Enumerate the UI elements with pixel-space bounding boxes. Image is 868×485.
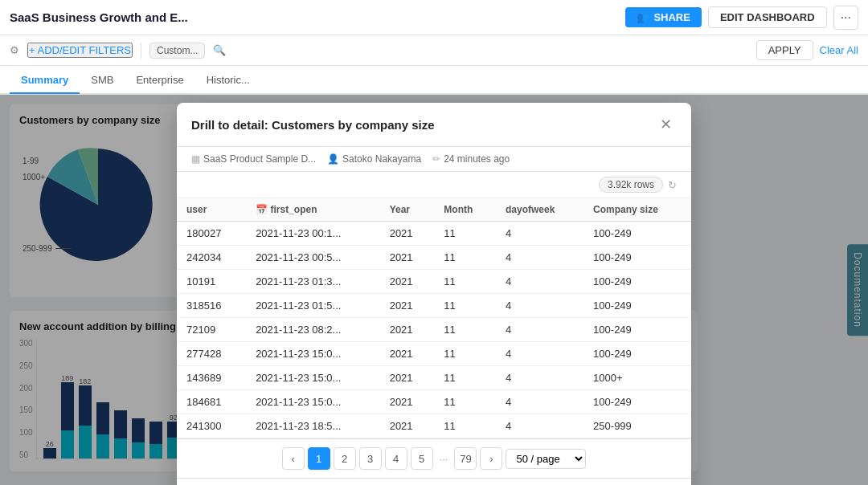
page-3-button[interactable]: 3 bbox=[359, 447, 382, 470]
divider bbox=[141, 43, 141, 59]
modal-header: Drill to detail: Customers by company si… bbox=[177, 103, 691, 147]
drill-tbody: 180027 2021-11-23 00:1... 2021 11 4 100-… bbox=[177, 222, 691, 438]
prev-page-button[interactable]: ‹ bbox=[282, 447, 305, 470]
top-bar: SaaS Business Growth and E... 👥 SHARE ED… bbox=[0, 0, 868, 35]
drill-table: user 📅 first_open Year Month dayofweek C… bbox=[177, 198, 691, 438]
top-bar-actions: 👥 SHARE EDIT DASHBOARD ··· bbox=[625, 6, 858, 30]
apply-button[interactable]: APPLY bbox=[756, 40, 813, 60]
rows-badge: 3.92k rows bbox=[599, 177, 663, 193]
modal-title: Drill to detail: Customers by company si… bbox=[191, 118, 655, 132]
search-icon: 🔍 bbox=[213, 44, 226, 56]
table-row: 10191 2021-11-23 01:3... 2021 11 4 100-2… bbox=[177, 270, 691, 294]
th-year: Year bbox=[380, 198, 435, 222]
edit-icon: ✏ bbox=[432, 153, 440, 165]
clear-all-button[interactable]: Clear All bbox=[820, 40, 858, 60]
datasource-icon: ▦ bbox=[191, 153, 200, 165]
page-5-button[interactable]: 5 bbox=[411, 447, 433, 470]
filter-bar-right: APPLY Clear All bbox=[756, 40, 858, 60]
main-content: Customers by company size 1-99 1000+ 250… bbox=[0, 95, 868, 485]
user-meta: 👤 Satoko Nakayama bbox=[327, 153, 421, 165]
next-page-button[interactable]: › bbox=[480, 447, 502, 470]
modal-pagination: ‹ 1 2 3 4 5 ··· 79 › 50 / page 100 / pag… bbox=[177, 438, 691, 478]
th-dayofweek: dayofweek bbox=[496, 198, 583, 222]
th-company-size: Company size bbox=[583, 198, 691, 222]
calendar-icon: 📅 bbox=[256, 204, 268, 215]
table-row: 72109 2021-11-23 08:2... 2021 11 4 100-2… bbox=[177, 318, 691, 342]
filter-chip[interactable]: Custom... bbox=[149, 43, 205, 59]
table-row: 241300 2021-11-23 18:5... 2021 11 4 250-… bbox=[177, 414, 691, 438]
page-title: SaaS Business Growth and E... bbox=[10, 10, 616, 24]
tab-historic[interactable]: Historic... bbox=[195, 67, 261, 94]
table-row: 242034 2021-11-23 00:5... 2021 11 4 100-… bbox=[177, 246, 691, 270]
modal-footer: EDIT CHART CLOSE bbox=[177, 478, 691, 485]
table-header-row: user 📅 first_open Year Month dayofweek C… bbox=[177, 198, 691, 222]
th-user: user bbox=[177, 198, 246, 222]
page-4-button[interactable]: 4 bbox=[385, 447, 407, 470]
time-meta: ✏ 24 minutes ago bbox=[432, 153, 510, 165]
modal-table-wrap[interactable]: user 📅 first_open Year Month dayofweek C… bbox=[177, 198, 691, 438]
table-row: 277428 2021-11-23 15:0... 2021 11 4 100-… bbox=[177, 342, 691, 366]
refresh-icon: ↻ bbox=[668, 179, 677, 191]
table-row: 180027 2021-11-23 00:1... 2021 11 4 100-… bbox=[177, 222, 691, 246]
tab-summary[interactable]: Summary bbox=[10, 67, 80, 94]
th-month: Month bbox=[434, 198, 496, 222]
more-button[interactable]: ··· bbox=[833, 6, 858, 30]
th-first-open: 📅 first_open bbox=[246, 198, 380, 222]
table-row: 143689 2021-11-23 15:0... 2021 11 4 1000… bbox=[177, 366, 691, 390]
modal-meta: ▦ SaaS Product Sample D... 👤 Satoko Naka… bbox=[177, 147, 691, 172]
modal-overlay: Drill to detail: Customers by company si… bbox=[0, 95, 868, 485]
user-icon: 👤 bbox=[327, 153, 339, 165]
tab-smb[interactable]: SMB bbox=[80, 67, 125, 94]
table-row: 184681 2021-11-23 15:0... 2021 11 4 100-… bbox=[177, 390, 691, 414]
table-row: 318516 2021-11-23 01:5... 2021 11 4 100-… bbox=[177, 294, 691, 318]
edit-dashboard-button[interactable]: EDIT DASHBOARD bbox=[708, 6, 827, 28]
datasource-meta: ▦ SaaS Product Sample D... bbox=[191, 153, 316, 165]
tab-bar: Summary SMB Enterprise Historic... bbox=[0, 66, 868, 95]
page-79-button[interactable]: 79 bbox=[454, 447, 477, 470]
tab-enterprise[interactable]: Enterprise bbox=[125, 67, 194, 94]
filter-bar: ⚙ + ADD/EDIT FILTERS Custom... 🔍 APPLY C… bbox=[0, 35, 868, 66]
share-icon: 👥 bbox=[637, 11, 649, 23]
settings-icon: ⚙ bbox=[10, 44, 19, 56]
page-2-button[interactable]: 2 bbox=[334, 447, 356, 470]
per-page-select[interactable]: 50 / page 100 / page 200 / page bbox=[506, 449, 586, 469]
page-1-button[interactable]: 1 bbox=[308, 447, 330, 470]
drill-modal: Drill to detail: Customers by company si… bbox=[177, 103, 691, 485]
modal-rows: 3.92k rows ↻ bbox=[177, 172, 691, 198]
share-button[interactable]: 👥 SHARE bbox=[625, 7, 702, 27]
modal-close-button[interactable]: ✕ bbox=[655, 114, 677, 135]
page-ellipsis: ··· bbox=[436, 453, 452, 465]
add-filter-button[interactable]: + ADD/EDIT FILTERS bbox=[27, 43, 133, 58]
